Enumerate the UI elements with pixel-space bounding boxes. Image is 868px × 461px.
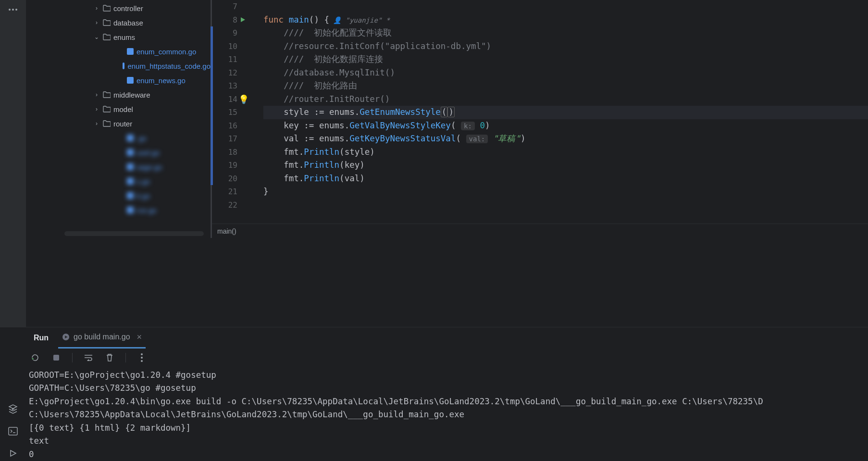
- code-line[interactable]: //// 初始化配置文件读取: [263, 26, 868, 40]
- tree-folder[interactable]: ›router: [26, 116, 211, 131]
- folder-icon: [103, 34, 111, 40]
- gutter-line-number[interactable]: 12: [211, 66, 237, 80]
- code-line[interactable]: fmt.Println(key): [263, 159, 868, 172]
- svg-marker-8: [87, 359, 89, 361]
- code-line[interactable]: style := enums.GetEnumNewsStyle(): [263, 106, 868, 119]
- go-file-icon: [123, 62, 125, 69]
- editor-gutter[interactable]: 78910111213141516171819202122: [211, 0, 244, 224]
- svg-marker-3: [241, 17, 245, 22]
- left-icon-strip-bottom: [0, 402, 26, 461]
- code-line[interactable]: [263, 199, 868, 212]
- folder-icon: [103, 5, 111, 12]
- gutter-line-number[interactable]: 7: [211, 0, 237, 13]
- soft-wrap-icon[interactable]: [83, 352, 94, 363]
- code-line[interactable]: val := enums.GetKeyByNewsStatusVal( val:…: [263, 132, 868, 146]
- chevron-right-icon[interactable]: ›: [93, 19, 100, 26]
- tree-file[interactable]: rce.go: [26, 203, 211, 217]
- tree-file[interactable]: enum_httpstatus_code.go: [26, 59, 211, 73]
- tree-folder[interactable]: ›database: [26, 15, 211, 30]
- svg-marker-14: [11, 450, 16, 456]
- gutter-line-number[interactable]: 13: [211, 79, 237, 93]
- more-icon[interactable]: [6, 3, 20, 16]
- run-gutter-icon[interactable]: [239, 16, 246, 23]
- left-icon-strip: [0, 0, 26, 327]
- tree-folder[interactable]: ⌄enums: [26, 30, 211, 44]
- chevron-right-icon[interactable]: ›: [93, 91, 100, 98]
- chevron-down-icon[interactable]: ⌄: [93, 34, 100, 40]
- gutter-line-number[interactable]: 20: [211, 172, 237, 186]
- gutter-line-number[interactable]: 14: [211, 93, 237, 106]
- tree-folder[interactable]: ›middleware: [26, 87, 211, 102]
- run-tab-label: go build main.go: [74, 333, 130, 341]
- tree-item-label: usel.go: [136, 149, 160, 157]
- run-tab-build[interactable]: go build main.go ×: [58, 327, 146, 349]
- svg-point-2: [15, 9, 17, 11]
- rerun-icon[interactable]: [30, 352, 40, 363]
- gutter-line-number[interactable]: 11: [211, 53, 237, 66]
- svg-point-1: [12, 9, 14, 11]
- code-line[interactable]: //resource.InitConf("application-db.yml"…: [263, 40, 868, 53]
- tree-folder[interactable]: ›controller: [26, 1, 211, 15]
- code-line[interactable]: }: [263, 185, 868, 199]
- tree-file[interactable]: it.go: [26, 188, 211, 203]
- services-icon[interactable]: [6, 402, 20, 416]
- gutter-line-number[interactable]: 19: [211, 159, 237, 172]
- close-icon[interactable]: ×: [137, 332, 142, 342]
- code-line[interactable]: //// 初始化数据库连接: [263, 53, 868, 66]
- tree-item-label: database: [113, 19, 143, 27]
- code-line[interactable]: fmt.Println(style): [263, 146, 868, 159]
- go-file-icon: [127, 77, 134, 84]
- gutter-line-number[interactable]: 8: [211, 13, 237, 27]
- tree-file[interactable]: s.go: [26, 174, 211, 188]
- tree-item-label: enum_common.go: [136, 48, 196, 56]
- code-line[interactable]: func main() {👤 "yuanjie" *: [263, 13, 868, 27]
- project-tree[interactable]: ›controller›database⌄enumsenum_common.go…: [26, 0, 211, 238]
- gutter-line-number[interactable]: 16: [211, 119, 237, 133]
- svg-point-11: [141, 360, 143, 362]
- go-file-icon: [127, 207, 134, 213]
- toolbar-separator: [72, 353, 73, 362]
- tree-item-label: .go: [136, 134, 147, 142]
- tree-file[interactable]: usel.go: [26, 145, 211, 160]
- gutter-line-number[interactable]: 9: [211, 26, 237, 40]
- code-line[interactable]: fmt.Println(val): [263, 172, 868, 186]
- author-inlay-hint: 👤 "yuanjie" *: [333, 16, 390, 24]
- code-editor[interactable]: 78910111213141516171819202122 func main(…: [211, 0, 868, 238]
- chevron-right-icon[interactable]: ›: [93, 120, 100, 127]
- run-console-output[interactable]: GOROOT=E:\goProject\go1.20.4 #gosetup GO…: [0, 367, 868, 461]
- tree-file[interactable]: enum_news.go: [26, 73, 211, 87]
- chevron-right-icon[interactable]: ›: [93, 5, 100, 12]
- tree-folder[interactable]: ›model: [26, 102, 211, 116]
- tree-file[interactable]: enum_common.go: [26, 44, 211, 59]
- tree-item-label: enums: [113, 33, 135, 41]
- run-tab-main[interactable]: Run: [30, 327, 52, 349]
- editor-code-area[interactable]: func main() {👤 "yuanjie" * //// 初始化配置文件读…: [244, 0, 868, 224]
- editor-breadcrumb[interactable]: main(): [211, 224, 868, 238]
- toolbar-separator: [125, 353, 126, 362]
- gutter-line-number[interactable]: 17: [211, 132, 237, 146]
- code-line[interactable]: key := enums.GetValByNewsStyleKey( k: 0): [263, 119, 868, 133]
- code-line[interactable]: 💡 //router.InitRouter(): [263, 93, 868, 106]
- tree-file[interactable]: sage.go: [26, 160, 211, 174]
- svg-point-9: [141, 353, 143, 355]
- gutter-line-number[interactable]: 18: [211, 146, 237, 159]
- tree-file[interactable]: .go: [26, 131, 211, 145]
- run-bottom-icon[interactable]: [6, 447, 20, 460]
- trash-icon[interactable]: [104, 352, 115, 363]
- code-line[interactable]: [263, 0, 868, 13]
- code-line[interactable]: //// 初始化路由: [263, 79, 868, 93]
- gutter-line-number[interactable]: 22: [211, 199, 237, 212]
- intention-bulb-icon[interactable]: 💡: [238, 93, 249, 106]
- gutter-line-number[interactable]: 10: [211, 40, 237, 53]
- terminal-icon[interactable]: [6, 424, 20, 438]
- stop-icon[interactable]: [51, 352, 62, 363]
- chevron-right-icon[interactable]: ›: [93, 106, 100, 112]
- gutter-line-number[interactable]: 15: [211, 106, 237, 119]
- tree-horizontal-scrollbar[interactable]: [64, 231, 204, 236]
- more-vertical-icon[interactable]: [136, 352, 147, 363]
- code-line[interactable]: //database.MysqlInit(): [263, 66, 868, 80]
- vcs-change-marker[interactable]: [211, 26, 213, 185]
- tree-item-label: sage.go: [136, 163, 162, 171]
- tree-item-label: enum_httpstatus_code.go: [127, 62, 211, 70]
- gutter-line-number[interactable]: 21: [211, 185, 237, 199]
